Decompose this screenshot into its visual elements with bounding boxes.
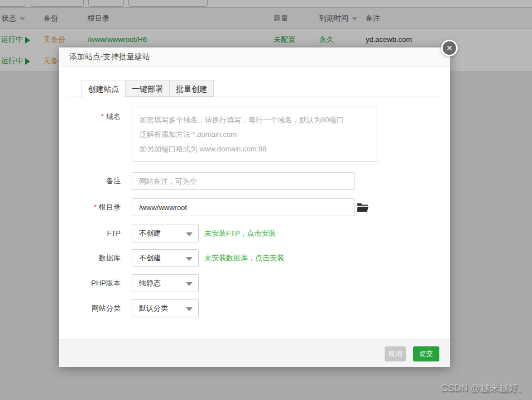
tab-create-site[interactable]: 创建站点 [82, 80, 126, 98]
chevron-down-icon [186, 257, 193, 261]
tab-one-click-deploy[interactable]: 一键部署 [126, 80, 170, 97]
chevron-down-icon [186, 282, 193, 286]
chevron-down-icon [186, 307, 193, 311]
install-database-link[interactable]: 未安装数据库，点击安装 [204, 249, 284, 267]
modal-footer: 取消 提交 [59, 339, 450, 367]
submit-button[interactable]: 提交 [413, 346, 439, 361]
install-ftp-link[interactable]: 未安装FTP，点击安装 [204, 225, 276, 242]
close-icon[interactable]: ✕ [441, 40, 458, 56]
cancel-button[interactable]: 取消 [385, 346, 406, 361]
database-label: 数据库 [59, 249, 121, 267]
root-path-input[interactable] [132, 198, 355, 216]
tab-batch-create[interactable]: 批量创建 [170, 80, 214, 97]
root-label: *根目录 [59, 198, 121, 216]
page: 状态 备份 根目录 容量 到期时间 备注 运行中 无备份 /www/wwwroo… [0, 0, 532, 400]
site-category-label: 网站分类 [59, 299, 121, 317]
required-mark: * [101, 112, 104, 121]
ftp-label: FTP [59, 225, 121, 242]
ftp-select[interactable]: 不创建 [132, 225, 199, 242]
folder-icon[interactable] [357, 202, 369, 213]
required-mark: * [94, 203, 97, 211]
note-input[interactable] [132, 172, 355, 190]
modal-title: 添加站点-支持批量建站 [59, 47, 450, 66]
csdn-watermark: CSDN @越来越好。 [441, 382, 528, 394]
domain-input[interactable] [132, 107, 377, 162]
chevron-down-icon [186, 232, 193, 236]
php-version-select[interactable]: 纯静态 [132, 274, 199, 292]
tabbar: 创建站点 一键部署 批量创建 [82, 80, 214, 98]
add-site-modal: ✕ 添加站点-支持批量建站 创建站点 一键部署 批量创建 *域名 备注 *根目录 [59, 47, 450, 367]
domain-label: *域名 [59, 107, 121, 122]
site-category-select[interactable]: 默认分类 [132, 299, 199, 317]
database-select[interactable]: 不创建 [132, 249, 199, 267]
note-label: 备注 [59, 172, 121, 190]
php-version-label: PHP版本 [59, 274, 121, 292]
